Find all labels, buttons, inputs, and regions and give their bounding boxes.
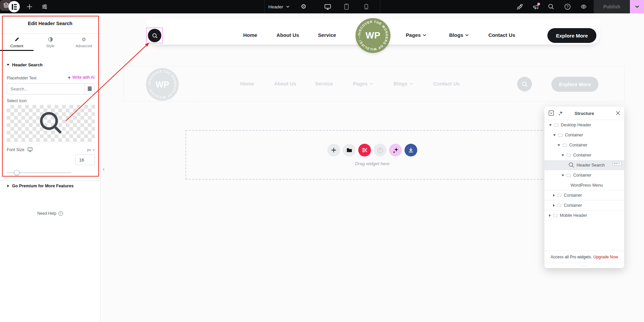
download-icon [408,147,414,153]
ai-builder-button[interactable] [389,144,402,156]
elementor-logo[interactable] [8,1,20,12]
ghost-nav-blogs: Blogs [393,81,413,86]
container-icon [557,204,561,207]
desktop-monitor-icon[interactable] [28,147,33,152]
caret-right-icon [549,214,551,217]
chevron-down-icon [410,83,413,85]
tree-row-container[interactable]: Container [544,200,624,210]
magnifier-icon [569,162,574,168]
site-settings-gear-icon[interactable]: ⚙ [300,0,308,13]
resize-handle[interactable]: ··· [544,263,624,268]
tab-content[interactable]: Content [0,34,34,51]
ghost-nav-pages: Pages [353,81,373,86]
publish-label: Publish [603,4,621,9]
section-header-search[interactable]: Header Search [7,62,43,67]
template-library-button[interactable] [343,144,356,156]
caret-down-icon [553,134,556,136]
write-with-ai-button[interactable]: Write with AI [67,75,95,80]
tree-row-container[interactable]: Container [544,130,624,140]
tab-content-label: Content [10,44,23,48]
font-size-input[interactable] [76,155,95,165]
search-icon [152,33,158,39]
caret-right-icon [553,204,555,207]
caret-down-icon [561,175,564,176]
add-section-button[interactable] [327,144,340,156]
tree-row-mobile-header[interactable]: Mobile Header [544,210,624,220]
document-name: Header [268,4,283,9]
header-search-widget[interactable] [148,29,161,42]
tree-row-wordpress-menu[interactable]: WordPress Menu [544,180,624,190]
chevron-down-icon [370,83,373,85]
publish-options-button[interactable] [630,0,644,13]
panel-tabs: Content Style ⚙ Advanced [0,34,101,51]
chevron-down-icon [92,149,95,151]
ghost-nav-service: Service [315,81,333,86]
publish-button[interactable]: Publish [594,0,630,13]
elementskit-button[interactable] [358,144,371,156]
widget-p-button[interactable]: P [374,144,386,156]
chevron-down-icon [635,5,639,8]
tab-advanced-label: Advanced [76,44,92,48]
nav-service[interactable]: Service [318,32,336,38]
tab-advanced[interactable]: ⚙ Advanced [67,34,101,51]
settings-sliders-icon[interactable] [41,0,48,13]
ai-sparkle-icon [67,76,71,79]
tree-row-container[interactable]: Container [544,150,624,160]
explore-more-button[interactable]: Explore More [547,28,596,43]
need-help-link[interactable]: Need Help ? [0,211,100,216]
icon-picker-preview[interactable] [7,105,95,142]
container-icon [562,144,567,147]
ai-sparkles-icon [392,147,398,153]
tree-row-desktop-header[interactable]: Desktop Header [544,120,624,130]
document-switcher[interactable]: Header [268,0,289,13]
ai-sparkles-icon[interactable] [558,111,563,116]
nav-blogs[interactable]: Blogs [449,32,469,38]
whats-new-rocket-icon[interactable] [516,0,523,13]
divider [380,0,380,13]
unit-label: px [87,148,91,152]
ghost-nav-home: Home [240,81,254,86]
device-tablet-icon[interactable] [343,0,350,13]
unit-selector[interactable]: px [87,148,95,152]
tree-row-header-search[interactable]: Header Search EKIT [544,160,624,170]
caret-right-icon [7,185,9,187]
font-size-slider-handle[interactable] [14,170,19,175]
device-mobile-icon[interactable] [363,0,370,13]
notification-dot [537,3,540,5]
preview-eye-icon[interactable] [580,0,587,13]
caret-down-icon [557,144,560,146]
tree-row-container[interactable]: Container [544,170,624,180]
notifications-megaphone-icon[interactable] [532,0,539,13]
help-icon[interactable]: ? [564,0,571,13]
dynamic-tags-button[interactable] [85,83,95,94]
collapse-all-icon[interactable] [548,110,554,116]
tab-style[interactable]: Style [34,34,67,51]
device-desktop-icon[interactable] [324,0,331,13]
nav-pages[interactable]: Pages [406,32,426,38]
nav-home[interactable]: Home [243,32,257,38]
tree-row-container[interactable]: Container [544,190,624,200]
database-stack-icon [88,86,92,91]
help-question-icon: ? [58,211,63,216]
container-icon [554,124,558,127]
nav-about-us[interactable]: About Us [276,32,299,38]
divider [0,180,100,181]
p-logo-icon: P [377,147,383,153]
tab-style-label: Style [46,44,54,48]
finder-search-icon[interactable] [547,0,555,13]
import-template-button[interactable] [405,144,417,156]
folder-icon [346,148,352,152]
site-logo[interactable]: DISCOVER THE WONDERS OF WILDLIFE! ---- W… [356,18,390,53]
placeholder-text-input[interactable] [7,83,85,94]
panel-collapse-handle[interactable]: ‹ [101,165,106,174]
chevron-down-icon [286,6,289,8]
drop-zone-actions: P [327,144,417,156]
go-premium-row[interactable]: Go Premium for More Features [7,184,73,188]
nav-contact-us[interactable]: Contact Us [488,32,515,38]
pro-widgets-text: Access all Pro widgets. [551,255,592,259]
tree-row-container[interactable]: Container [544,140,624,150]
upgrade-now-link[interactable]: Upgrade Now [593,255,618,259]
close-icon[interactable] [616,111,620,115]
add-new-icon[interactable] [26,0,33,13]
pencil-icon [14,37,19,42]
